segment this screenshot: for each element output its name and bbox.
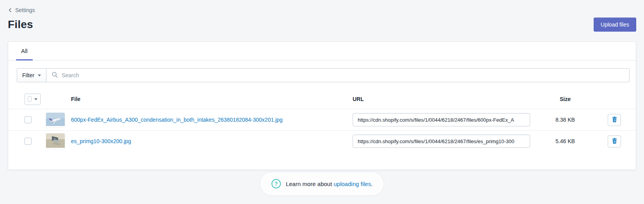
page-title: Files: [8, 18, 33, 31]
row-checkbox[interactable]: [25, 116, 32, 123]
file-thumbnail-laptop: [46, 133, 65, 149]
file-url-input[interactable]: [353, 113, 530, 126]
file-name-link[interactable]: 600px-FedEx_Airbus_A300_condensation_in_…: [71, 117, 353, 123]
trash-icon: [612, 138, 617, 145]
delete-file-button[interactable]: [608, 114, 621, 126]
table-row: 600px-FedEx_Airbus_A300_condensation_in_…: [8, 109, 636, 130]
learn-more-text: Learn more about uploading files.: [286, 181, 373, 187]
file-url-input[interactable]: [353, 135, 530, 148]
table-row: es_primg10-300x200.jpg 5.46 KB: [8, 130, 636, 152]
chevron-down-icon: [34, 98, 37, 100]
filter-button[interactable]: Filter: [17, 68, 46, 82]
select-all-checkbox: [28, 96, 32, 102]
learn-more-text-before: Learn more about: [286, 181, 334, 187]
select-all-control[interactable]: [25, 94, 41, 105]
chevron-down-icon: [38, 75, 41, 76]
search-box: [46, 68, 630, 82]
breadcrumb-label: Settings: [15, 7, 35, 13]
learn-more-callout: ? Learn more about uploading files.: [260, 172, 385, 196]
uploading-files-link[interactable]: uploading files: [334, 181, 371, 187]
column-header-url: URL: [353, 96, 536, 102]
column-header-file: File: [71, 96, 353, 102]
tab-all[interactable]: All: [14, 42, 34, 60]
trash-icon: [612, 116, 617, 124]
learn-more-text-after: .: [371, 181, 373, 187]
files-card: All Filter File URL Size: [8, 41, 636, 170]
filter-search-row: Filter: [8, 60, 636, 89]
search-icon: [51, 71, 58, 80]
page-header: Settings Files Upload files: [0, 0, 644, 32]
tab-bar: All: [8, 42, 636, 60]
upload-files-button[interactable]: Upload files: [594, 18, 636, 32]
row-checkbox[interactable]: [25, 138, 32, 145]
breadcrumb-settings[interactable]: Settings: [8, 7, 35, 13]
filter-button-label: Filter: [22, 72, 34, 78]
file-thumbnail-airplane: [46, 113, 65, 127]
chevron-left-icon: [8, 8, 12, 12]
file-name-link[interactable]: es_primg10-300x200.jpg: [71, 138, 353, 144]
table-header-row: File URL Size: [8, 89, 636, 109]
file-size: 5.46 KB: [536, 138, 594, 144]
file-size: 8.38 KB: [536, 117, 594, 123]
column-header-size: Size: [536, 96, 594, 102]
delete-file-button[interactable]: [608, 135, 621, 147]
search-input[interactable]: [62, 72, 624, 78]
help-question-icon: ?: [271, 179, 281, 188]
